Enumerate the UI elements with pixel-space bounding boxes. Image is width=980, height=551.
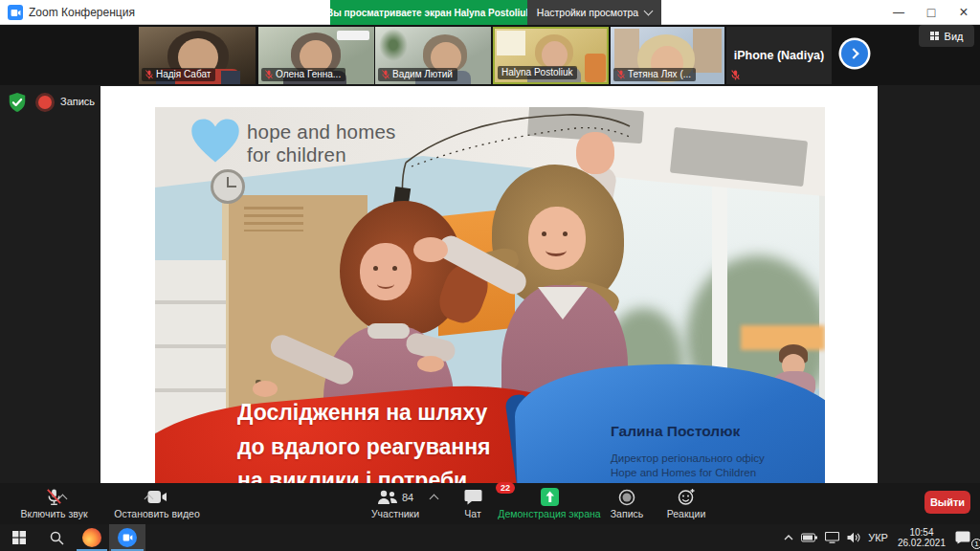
windows-logo-icon — [12, 531, 26, 544]
maximize-button[interactable]: □ — [915, 0, 947, 25]
start-button[interactable] — [0, 524, 38, 551]
grid-view-icon — [930, 32, 940, 41]
reactions-smiley-icon — [678, 488, 696, 506]
recording-label: Запись — [60, 96, 95, 107]
video-options-caret[interactable] — [145, 494, 153, 501]
logo-text: hope and homes for children — [247, 117, 396, 166]
participant-name-chip: Тетяна Лях (... — [613, 68, 696, 81]
windows-taskbar: УКР 10:54 26.02.2021 1 — [0, 524, 980, 551]
reactions-label: Реакции — [656, 508, 717, 519]
participants-button[interactable]: 84 Участники — [352, 487, 438, 523]
slide-title-line: на виклики і потреби — [237, 464, 582, 483]
slide-title: Дослідження на шляху до вдалого реагуван… — [237, 396, 582, 483]
notification-icon — [955, 531, 970, 544]
record-label: Запись — [598, 508, 656, 519]
video-thumbnail[interactable]: Вадим Лютий — [375, 27, 491, 84]
unmute-button[interactable]: Включить звук — [4, 487, 104, 523]
view-layout-button[interactable]: Вид — [919, 25, 974, 47]
participant-name: Олена Генна... — [276, 69, 341, 79]
window-light — [497, 31, 525, 55]
taskbar-zoom[interactable] — [109, 524, 145, 551]
air-conditioner — [337, 31, 369, 40]
taskbar-date: 26.02.2021 — [898, 538, 946, 548]
speaker-block: Галина Постолюк Директор регіонального о… — [611, 423, 765, 479]
participant-name: Вадим Лютий — [392, 69, 453, 79]
video-thumbnail[interactable]: Олена Генна... — [258, 27, 374, 84]
girl-right-face — [528, 207, 586, 270]
leave-meeting-button[interactable]: Выйти — [924, 491, 970, 514]
firefox-icon — [82, 528, 101, 547]
chevron-right-icon — [848, 48, 858, 58]
taskbar-time: 10:54 — [898, 527, 946, 538]
chair — [585, 54, 606, 82]
slide-title-line: Дослідження на шляху — [237, 396, 582, 430]
minimize-button[interactable]: — — [882, 0, 915, 25]
record-button[interactable]: Запись — [598, 487, 656, 523]
share-screen-label: Демонстрация экрана — [492, 508, 607, 519]
stop-video-label: Остановить видео — [100, 508, 214, 519]
zoom-taskbar-icon — [118, 528, 137, 547]
video-thumbnail-active-speaker[interactable]: Halyna Postoliuk — [493, 27, 609, 84]
slide-title-line: до вдалого реагування — [237, 430, 582, 465]
meeting-content-area: Запись — [0, 85, 980, 483]
muted-mic-icon — [731, 70, 740, 80]
unmute-label: Включить звук — [4, 508, 104, 519]
video-thumbnail[interactable]: Надія Сабат — [139, 27, 256, 84]
window-titlebar: Zoom Конференция Вы просматриваете экран… — [0, 0, 980, 25]
search-icon — [50, 531, 64, 545]
battery-icon[interactable] — [797, 524, 821, 551]
next-page-arrow-button[interactable] — [841, 40, 868, 67]
window-title: Zoom Конференция — [29, 0, 135, 25]
action-center-button[interactable]: 1 — [951, 524, 980, 551]
chat-icon — [464, 489, 482, 505]
share-screen-icon — [541, 488, 559, 506]
participant-name: Тетяна Лях (... — [628, 69, 691, 79]
muted-mic-icon — [617, 70, 625, 79]
hope-and-homes-logo: hope and homes for children — [189, 117, 396, 166]
muted-mic-icon — [145, 70, 153, 79]
network-icon[interactable] — [821, 524, 843, 551]
building — [614, 29, 639, 71]
participant-name: Halyna Postoliuk — [501, 67, 572, 77]
video-thumbnail[interactable]: Тетяна Лях (... — [611, 27, 724, 84]
participants-options-caret[interactable] — [431, 494, 438, 501]
share-screen-button[interactable]: Демонстрация экрана — [492, 487, 607, 523]
slide-photo: Дослідження на шляху до вдалого реагуван… — [155, 107, 825, 483]
language-indicator[interactable]: УКР — [864, 524, 892, 551]
security-shield-icon[interactable] — [7, 92, 28, 113]
search-button[interactable] — [38, 524, 75, 551]
plant — [379, 29, 408, 61]
speaker-role: Директор регіонального офісу Hope and Ho… — [611, 452, 765, 479]
tray-show-hidden-icons[interactable] — [780, 524, 797, 551]
volume-icon[interactable] — [843, 524, 864, 551]
girl-right-raised-hand — [576, 132, 614, 174]
taskbar-firefox[interactable] — [75, 524, 109, 551]
girl-left-face — [360, 243, 412, 300]
taskbar-clock[interactable]: 10:54 26.02.2021 — [892, 527, 951, 548]
stop-video-button[interactable]: Остановить видео — [100, 487, 214, 523]
desktop: { "titlebar": { "app_title": "Zoom Конфе… — [0, 0, 980, 551]
reactions-button[interactable]: Реакции — [656, 487, 717, 523]
audio-options-caret[interactable] — [59, 494, 67, 501]
zoom-toolbar: Включить звук Остановить видео 84 Участн… — [0, 483, 980, 524]
view-button-label: Вид — [945, 31, 964, 42]
view-settings-label: Настройки просмотра — [537, 7, 638, 18]
participant-name: iPhone (Nadiya) — [734, 49, 824, 62]
video-thumbnail-audio-only[interactable]: iPhone (Nadiya) — [726, 27, 832, 84]
shared-presentation-slide: Дослідження на шляху до вдалого реагуван… — [100, 86, 878, 524]
girl-right-extended-hand — [413, 237, 448, 262]
viewing-screen-banner: Вы просматриваете экран Halyna Postoliuk — [330, 0, 527, 25]
participant-name: Надія Сабат — [156, 69, 211, 79]
participant-name-chip: Halyna Postoliuk — [498, 66, 577, 79]
participant-name-chip: Олена Генна... — [261, 68, 345, 81]
participants-label: Участники — [352, 508, 438, 519]
view-settings-button[interactable]: Настройки просмотра — [527, 0, 661, 25]
participants-icon — [377, 490, 398, 505]
participants-video-strip: Надія Сабат Олена Генна... Вадим Лютий H… — [0, 25, 980, 85]
close-button[interactable]: × — [947, 0, 980, 25]
notification-count-badge: 1 — [971, 539, 980, 549]
heart-icon — [189, 117, 241, 165]
participant-name-chip: Вадим Лютий — [378, 68, 457, 81]
building — [693, 29, 722, 73]
record-icon — [618, 489, 635, 506]
